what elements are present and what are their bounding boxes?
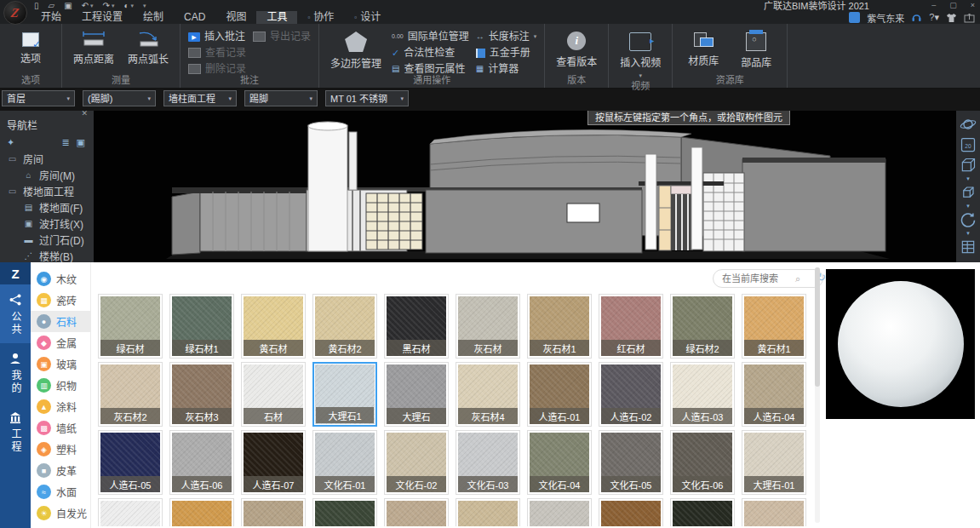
material-tile[interactable]: 灰石材3: [169, 362, 234, 427]
material-tile[interactable]: [742, 498, 806, 526]
material-tile[interactable]: [169, 498, 234, 526]
tree-item[interactable]: ▬ 过门石(D): [0, 232, 94, 248]
menu-tab[interactable]: 绘制: [133, 11, 174, 24]
help-menu[interactable]: ?▾: [929, 12, 939, 23]
insert-annotation-button[interactable]: ▶ 插入批注: [188, 31, 246, 43]
tree-item[interactable]: ▤ 楼地面(F): [0, 199, 94, 215]
menu-tab[interactable]: 视图: [215, 11, 256, 24]
category-item[interactable]: ◈ 塑料: [31, 439, 90, 460]
material-tile[interactable]: 黄石材1: [742, 294, 806, 359]
tree-item[interactable]: ⌂ 房间(M): [0, 167, 94, 183]
view-version-button[interactable]: i 查看版本: [553, 27, 600, 70]
rail-item-public[interactable]: 公共: [0, 284, 31, 343]
more-icon[interactable]: ▾: [143, 0, 146, 11]
material-tile[interactable]: 文化石-06: [670, 430, 735, 495]
menu-tab[interactable]: ▫ 协作: [297, 11, 344, 24]
redo-icon[interactable]: ↷▾: [103, 0, 115, 11]
rotate-view-icon[interactable]: [959, 210, 977, 229]
unit-manage-button[interactable]: 0.00 国际单位管理: [392, 31, 469, 43]
view-record-button[interactable]: 查看记录: [188, 47, 246, 59]
material-tile[interactable]: 石材: [241, 362, 306, 427]
element-props-button[interactable]: ▤ 查看图元属性: [392, 63, 469, 75]
export-record-button[interactable]: 导出记录: [253, 31, 311, 43]
legality-check-button[interactable]: ✓ 合法性检查: [392, 47, 469, 59]
material-tile[interactable]: 人造石-04: [742, 362, 806, 427]
material-tile[interactable]: 大理石-01: [742, 430, 806, 495]
category-item[interactable]: ◆ 金属: [31, 332, 90, 353]
material-tile[interactable]: [599, 498, 663, 526]
category-item[interactable]: ▲ 涂料: [31, 396, 90, 417]
material-tile[interactable]: [241, 498, 306, 526]
tree-item[interactable]: ▣ 波打线(X): [0, 215, 94, 232]
material-tile[interactable]: 人造石-07: [241, 430, 306, 495]
open-file-icon[interactable]: ▱: [49, 0, 55, 11]
publish-icon[interactable]: [964, 13, 975, 23]
material-tile[interactable]: 黑石材: [384, 294, 449, 359]
options-button[interactable]: 选项: [8, 27, 54, 66]
grid-scrollbar[interactable]: [815, 267, 820, 523]
restore-button[interactable]: ▢: [949, 0, 957, 10]
category-item[interactable]: ▩ 墙纸: [31, 417, 90, 439]
material-tile[interactable]: 人造石-02: [599, 362, 663, 427]
material-tile[interactable]: 灰石材2: [98, 362, 163, 427]
close-button[interactable]: ×: [971, 0, 975, 10]
search-box[interactable]: ⌕: [713, 269, 823, 288]
material-tile[interactable]: 灰石材1: [527, 294, 592, 359]
rail-item-mine[interactable]: 我的: [0, 343, 31, 402]
material-tile[interactable]: [384, 498, 449, 526]
material-tile[interactable]: 大理石1: [312, 362, 377, 427]
material-tile[interactable]: 文化石-01: [312, 430, 377, 495]
dropdown-select[interactable]: (踢脚)▾: [83, 90, 156, 106]
material-tile[interactable]: [98, 498, 163, 526]
category-item[interactable]: ▦ 瓷砖: [31, 290, 90, 311]
material-tile[interactable]: 灰石材: [456, 294, 520, 359]
category-item[interactable]: ■ 皮革: [31, 460, 90, 481]
list-view-icon[interactable]: ≣: [61, 137, 69, 148]
material-tile[interactable]: 文化石-03: [456, 430, 520, 495]
orbit-icon[interactable]: [959, 115, 977, 134]
brush-icon[interactable]: ◐▾: [123, 0, 134, 11]
menu-tab[interactable]: ▫ 设计: [344, 11, 391, 24]
category-item[interactable]: ☀ 自发光: [31, 502, 90, 524]
search-icon[interactable]: ⌕: [795, 273, 800, 284]
dropdown-select[interactable]: MT 01 不锈钢▾: [325, 90, 409, 106]
zoom-scale-button[interactable]: 20: [959, 135, 977, 154]
material-tile[interactable]: [527, 498, 592, 526]
compass-icon[interactable]: ✦: [7, 137, 14, 148]
material-tile[interactable]: 绿石材1: [169, 294, 234, 359]
dropdown-select[interactable]: 首层▾: [2, 90, 75, 106]
material-tile[interactable]: 人造石-03: [670, 362, 735, 427]
material-tile[interactable]: 黄石材2: [312, 294, 377, 359]
menu-tab[interactable]: 开始: [31, 11, 72, 24]
category-item[interactable]: ▥ 织物: [31, 375, 90, 396]
material-tile[interactable]: [312, 498, 377, 526]
material-tile[interactable]: 文化石-04: [527, 430, 592, 495]
material-tile[interactable]: [456, 498, 520, 526]
two-point-distance-button[interactable]: 两点距离: [70, 27, 117, 67]
material-tile[interactable]: 大理石: [384, 362, 449, 427]
rail-item-project[interactable]: 工程: [0, 402, 31, 461]
material-tile[interactable]: 红石材: [599, 294, 663, 359]
menu-tab[interactable]: 工具: [256, 11, 297, 24]
material-library-button[interactable]: 材质库: [680, 27, 726, 69]
avatar[interactable]: [849, 12, 860, 23]
insert-video-button[interactable]: 插入视频 ▾: [616, 27, 664, 81]
dropdown-select[interactable]: 踢脚▾: [244, 90, 318, 106]
new-file-icon[interactable]: ▯: [34, 0, 39, 11]
two-point-arc-button[interactable]: 两点弧长: [124, 27, 172, 67]
polygon-manage-button[interactable]: 多边形管理: [327, 27, 385, 72]
material-tile[interactable]: 文化石-05: [599, 430, 663, 495]
schedule-table-icon[interactable]: [959, 238, 977, 256]
viewport-3d[interactable]: 按鼠标左键指定第一个角点，或拾取构件图元: [94, 108, 956, 262]
menu-tab[interactable]: 工程设置: [72, 11, 133, 24]
material-tile[interactable]: 文化石-02: [384, 430, 449, 495]
calculator-button[interactable]: ▦ 计算器: [476, 63, 537, 75]
app-logo-icon[interactable]: Z: [3, 1, 27, 25]
save-icon[interactable]: ▣: [64, 0, 72, 11]
material-tile[interactable]: 人造石-01: [527, 362, 592, 427]
material-tile[interactable]: [670, 498, 735, 526]
undo-icon[interactable]: ↶▾: [82, 0, 94, 11]
length-dimension-button[interactable]: ↔ 长度标注 ▾: [476, 31, 537, 43]
category-item[interactable]: ▣ 玻璃: [31, 353, 90, 375]
theme-shirt-icon[interactable]: [946, 13, 957, 23]
